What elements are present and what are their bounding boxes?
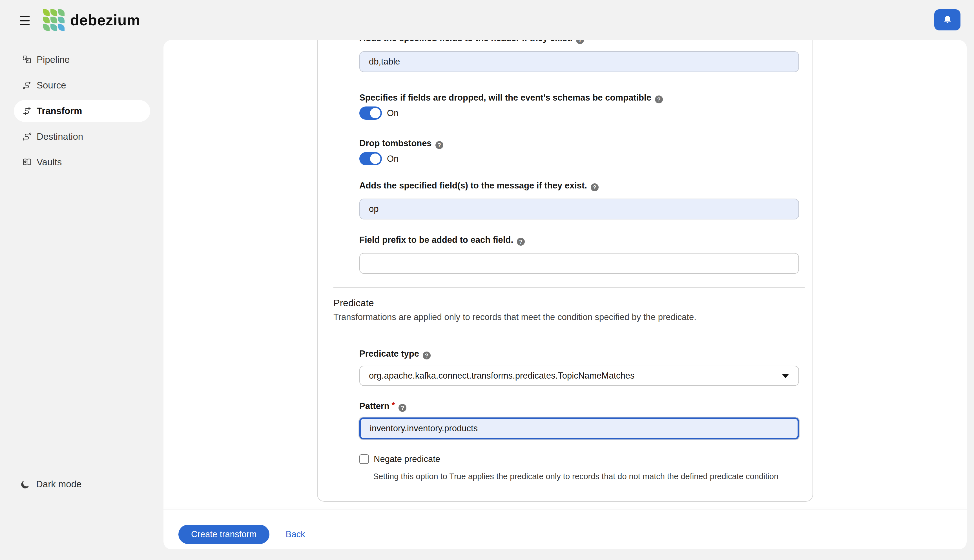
sidebar-item-label: Destination	[37, 131, 83, 142]
sidebar-item-label: Vaults	[37, 157, 62, 168]
field-label: Field prefix to be added to each field.	[359, 235, 513, 245]
help-icon[interactable]: ?	[655, 95, 663, 103]
dark-mode-label: Dark mode	[36, 479, 82, 490]
source-icon	[22, 80, 32, 90]
vaults-icon	[22, 157, 32, 167]
field-label: Specifies if fields are dropped, will th…	[359, 93, 651, 103]
help-icon[interactable]: ?	[435, 141, 443, 149]
header-fields-input[interactable]	[359, 51, 799, 72]
negate-predicate-label[interactable]: Negate predicate	[374, 454, 440, 464]
transform-icon	[22, 106, 32, 116]
help-icon[interactable]: ?	[399, 404, 406, 412]
pattern-input[interactable]	[359, 417, 799, 440]
app-header: debezium	[0, 0, 974, 41]
field-label: Predicate type	[359, 349, 419, 358]
sidebar-item-vaults[interactable]: Vaults	[14, 151, 150, 173]
help-icon[interactable]: ?	[517, 238, 525, 246]
sidebar-item-pipeline[interactable]: Pipeline	[14, 49, 150, 71]
dark-mode-toggle[interactable]: Dark mode	[0, 476, 82, 493]
bell-icon	[942, 14, 953, 26]
field-drop-tombstones: Drop tombstones? On	[359, 138, 799, 165]
pipeline-icon	[22, 55, 32, 65]
field-schemas-compatible: Specifies if fields are dropped, will th…	[359, 93, 799, 120]
content-panel: Adds the specified fields to the header …	[163, 40, 967, 549]
negate-predicate-help: Setting this option to True applies the …	[373, 472, 799, 480]
message-fields-input[interactable]	[359, 198, 799, 220]
sidebar-item-label: Transform	[37, 106, 82, 116]
field-label: Drop tombstones	[359, 138, 432, 148]
help-icon[interactable]: ?	[576, 40, 584, 44]
field-prefix-input[interactable]	[359, 253, 799, 274]
negate-predicate-checkbox[interactable]	[359, 454, 369, 464]
sidebar-item-transform[interactable]: Transform	[14, 100, 150, 122]
section-divider	[334, 287, 805, 288]
drop-tombstones-switch[interactable]	[359, 152, 382, 165]
notifications-button[interactable]	[934, 9, 961, 30]
schemas-compatible-switch[interactable]	[359, 107, 382, 120]
help-icon[interactable]: ?	[591, 183, 599, 191]
field-message-fields: Adds the specified field(s) to the messa…	[359, 180, 799, 220]
back-link[interactable]: Back	[286, 529, 305, 540]
field-header-fields: Adds the specified fields to the header …	[359, 40, 799, 72]
brand-wordmark: debezium	[70, 12, 140, 29]
field-label: Adds the specified fields to the header …	[359, 40, 572, 43]
field-label: Adds the specified field(s) to the messa…	[359, 180, 587, 190]
predicate-section-description: Transformations are applied only to reco…	[334, 312, 805, 322]
sidebar: Pipeline Source Transform	[0, 49, 158, 177]
field-predicate-type: Predicate type? org.apache.kafka.connect…	[359, 349, 799, 386]
predicate-section-title: Predicate	[334, 297, 805, 308]
predicate-type-value: org.apache.kafka.connect.transforms.pred…	[369, 371, 635, 381]
create-transform-button[interactable]: Create transform	[178, 525, 269, 544]
sidebar-item-label: Source	[37, 80, 66, 91]
transform-config-card: Adds the specified fields to the header …	[317, 40, 813, 502]
destination-icon	[22, 132, 32, 142]
help-icon[interactable]: ?	[423, 352, 430, 360]
field-prefix: Field prefix to be added to each field.?	[359, 235, 799, 274]
predicate-type-select[interactable]: org.apache.kafka.connect.transforms.pred…	[359, 366, 799, 386]
sidebar-item-label: Pipeline	[37, 54, 70, 65]
sidebar-item-destination[interactable]: Destination	[14, 126, 150, 148]
field-pattern: Pattern*?	[359, 400, 799, 440]
chevron-down-icon	[782, 374, 789, 378]
debezium-logo	[43, 9, 65, 31]
required-asterisk: *	[392, 400, 395, 410]
switch-state-label: On	[387, 154, 399, 164]
switch-state-label: On	[387, 108, 399, 118]
sidebar-item-source[interactable]: Source	[14, 74, 150, 96]
brand: debezium	[43, 9, 140, 31]
negate-predicate-row: Negate predicate	[359, 454, 799, 464]
hamburger-icon[interactable]	[20, 16, 30, 25]
field-label: Pattern	[359, 401, 390, 411]
footer-actions: Create transform Back	[163, 510, 967, 544]
moon-icon	[20, 479, 30, 489]
